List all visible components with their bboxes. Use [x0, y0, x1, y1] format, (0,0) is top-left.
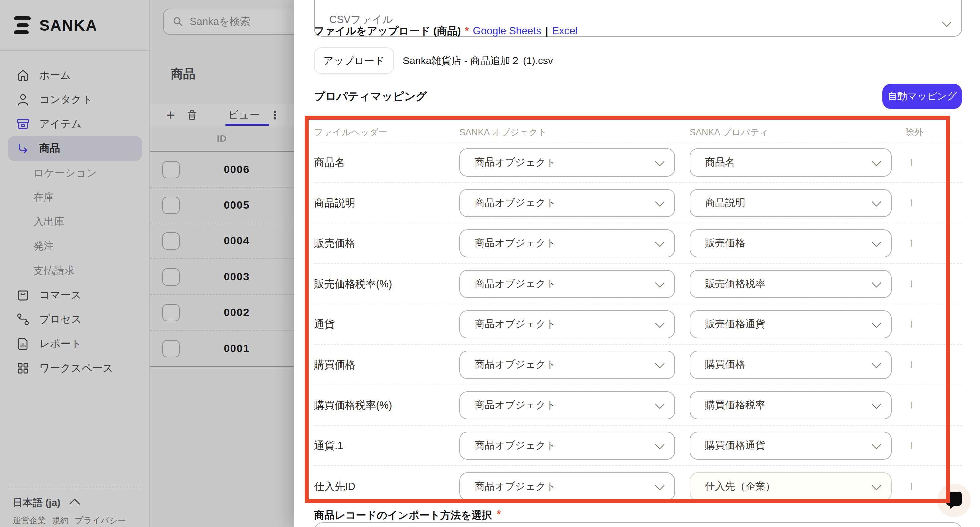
- chevron-down-icon: [655, 440, 665, 450]
- chevron-down-icon: [872, 399, 881, 409]
- mapping-table: ファイルヘッダー SANKA オブジェクト SANKA プロパティ 除外 商品名…: [314, 123, 962, 506]
- object-select[interactable]: 商品オブジェクト: [459, 270, 675, 298]
- property-select-value: 販売価格通貨: [705, 317, 765, 331]
- object-select[interactable]: 商品オブジェクト: [459, 189, 675, 217]
- exclude-checkbox[interactable]: [910, 240, 912, 247]
- upload-section-label-row: ファイルをアップロード (商品) * Google Sheets | Excel: [314, 24, 578, 38]
- import-modal: CSVファイル ファイルをアップロード (商品) * Google Sheets…: [294, 0, 980, 527]
- property-select-value: 購買価格通貨: [705, 439, 765, 452]
- upload-button[interactable]: アップロード: [314, 48, 394, 73]
- object-select-value: 商品オブジェクト: [475, 196, 556, 210]
- chevron-down-icon: [655, 481, 665, 490]
- chevron-down-icon: [655, 238, 665, 248]
- property-select[interactable]: 販売価格: [690, 229, 892, 257]
- import-method-label-row: 商品レコードのインポート方法を選択 *: [314, 508, 501, 522]
- upload-label: ファイルをアップロード (商品): [314, 24, 461, 38]
- mapping-row: 購買価格 商品オブジェクト 購買価格: [314, 345, 962, 385]
- mapping-row: 販売価格 商品オブジェクト 販売価格: [314, 224, 962, 264]
- mapping-row: 通貨.1 商品オブジェクト 購買価格通貨: [314, 426, 962, 466]
- object-select-value: 商品オブジェクト: [475, 317, 556, 331]
- object-select-value: 商品オブジェクト: [475, 236, 556, 250]
- object-select[interactable]: 商品オブジェクト: [459, 351, 675, 379]
- link-divider: |: [546, 25, 549, 37]
- object-select[interactable]: 商品オブジェクト: [459, 149, 675, 177]
- object-select-value: 商品オブジェクト: [475, 277, 556, 291]
- chat-bubble-icon: [946, 491, 962, 509]
- property-select-value: 販売価格: [705, 236, 745, 250]
- chat-launcher[interactable]: [937, 484, 970, 517]
- property-select[interactable]: 商品説明: [690, 189, 892, 217]
- exclude-checkbox[interactable]: [910, 321, 912, 328]
- property-select[interactable]: 商品名: [690, 149, 892, 177]
- required-asterisk: *: [497, 508, 501, 522]
- mapping-row: 販売価格税率(%) 商品オブジェクト 販売価格税率: [314, 264, 962, 304]
- file-header-label: 商品説明: [314, 196, 459, 210]
- chevron-down-icon: [655, 359, 665, 369]
- chevron-down-icon: [872, 481, 881, 490]
- property-select-value: 商品名: [705, 155, 735, 169]
- auto-mapping-button[interactable]: 自動マッピング: [883, 84, 962, 109]
- chevron-down-icon: [872, 359, 881, 369]
- property-select[interactable]: 購買価格: [690, 351, 892, 379]
- file-header-label: 販売価格: [314, 236, 459, 251]
- required-asterisk: *: [465, 25, 469, 37]
- property-select[interactable]: 仕入先（企業）: [690, 473, 892, 501]
- property-mapping-title: プロパティマッピング: [314, 89, 427, 104]
- mapping-row: 購買価格税率(%) 商品オブジェクト 購買価格税率: [314, 385, 962, 426]
- exclude-checkbox[interactable]: [910, 442, 912, 449]
- property-select-value: 購買価格: [705, 358, 745, 372]
- excel-link[interactable]: Excel: [552, 25, 578, 37]
- file-header-label: 通貨: [314, 317, 459, 331]
- mapping-row: 商品説明 商品オブジェクト 商品説明: [314, 183, 962, 224]
- property-select[interactable]: 販売価格通貨: [690, 310, 892, 339]
- uploaded-file-name: Sanka雑貨店 - 商品追加２ (1).csv: [403, 48, 553, 73]
- mapping-row: 仕入先ID 商品オブジェクト 仕入先（企業）: [314, 466, 962, 506]
- property-select-value: 購買価格税率: [705, 398, 765, 412]
- chevron-down-icon: [655, 157, 665, 166]
- object-select-value: 商品オブジェクト: [475, 398, 556, 412]
- file-header-label: 仕入先ID: [314, 479, 459, 493]
- chevron-down-icon: [872, 157, 881, 166]
- chevron-down-icon: [655, 278, 665, 288]
- chevron-down-icon: [872, 440, 881, 450]
- property-select[interactable]: 販売価格税率: [690, 270, 892, 298]
- modal-overlay[interactable]: [0, 0, 294, 527]
- exclude-checkbox[interactable]: [910, 159, 912, 166]
- chevron-down-icon: [655, 197, 665, 207]
- google-sheets-link[interactable]: Google Sheets: [473, 25, 541, 37]
- property-select-value: 商品説明: [705, 196, 745, 210]
- mapping-row: 通貨 商品オブジェクト 販売価格通貨: [314, 304, 962, 345]
- property-select[interactable]: 購買価格税率: [690, 391, 892, 419]
- exclude-checkbox[interactable]: [910, 361, 912, 368]
- chevron-down-icon: [872, 318, 881, 328]
- property-select[interactable]: 購買価格通貨: [690, 432, 892, 460]
- app-root: SANKA ホーム コンタクト アイテム: [0, 0, 980, 527]
- file-header-label: 購買価格税率(%): [314, 398, 459, 412]
- col-property: SANKA プロパティ: [690, 126, 905, 139]
- exclude-checkbox[interactable]: [910, 199, 912, 206]
- exclude-checkbox[interactable]: [910, 402, 912, 409]
- property-select-value: 仕入先（企業）: [705, 479, 775, 493]
- col-object: SANKA オブジェクト: [459, 126, 690, 139]
- file-header-label: 販売価格税率(%): [314, 277, 459, 291]
- object-select-value: 商品オブジェクト: [475, 358, 556, 372]
- exclude-checkbox[interactable]: [910, 483, 912, 490]
- file-header-label: 商品名: [314, 155, 459, 169]
- object-select-value: 商品オブジェクト: [475, 439, 556, 452]
- chevron-down-icon: [872, 197, 881, 207]
- chevron-down-icon: [655, 399, 665, 409]
- import-method-select[interactable]: [314, 522, 962, 527]
- object-select[interactable]: 商品オブジェクト: [459, 473, 675, 501]
- chevron-down-icon: [872, 278, 881, 288]
- col-exclude: 除外: [905, 126, 962, 139]
- chevron-down-icon: [655, 318, 665, 328]
- mapping-table-header: ファイルヘッダー SANKA オブジェクト SANKA プロパティ 除外: [314, 123, 962, 142]
- object-select[interactable]: 商品オブジェクト: [459, 310, 675, 339]
- col-file-header: ファイルヘッダー: [314, 126, 459, 139]
- object-select-value: 商品オブジェクト: [475, 479, 556, 493]
- object-select[interactable]: 商品オブジェクト: [459, 432, 675, 460]
- object-select[interactable]: 商品オブジェクト: [459, 391, 675, 419]
- property-select-value: 販売価格税率: [705, 277, 765, 291]
- object-select[interactable]: 商品オブジェクト: [459, 229, 675, 257]
- exclude-checkbox[interactable]: [910, 280, 912, 287]
